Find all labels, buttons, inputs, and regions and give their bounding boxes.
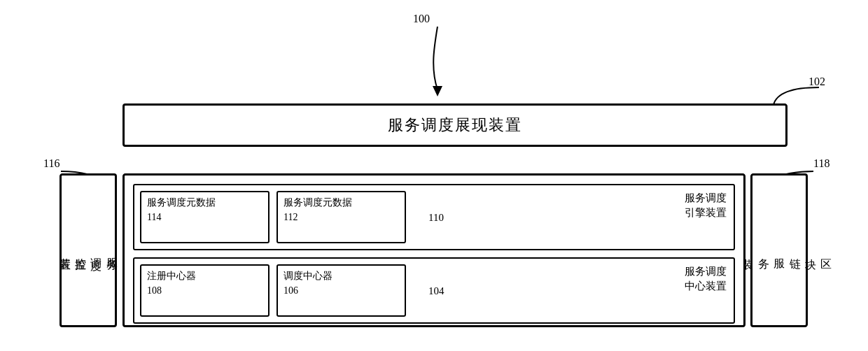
sub-box-108-title: 注册中心器 xyxy=(147,270,262,282)
sub-box-108-number: 108 xyxy=(147,285,262,296)
svg-marker-0 xyxy=(433,86,442,96)
sub-box-112: 服务调度元数据 112 xyxy=(276,191,406,243)
sub-box-112-number: 112 xyxy=(284,212,399,223)
sub-box-114-title: 服务调度元数据 xyxy=(147,196,262,209)
sub-box-114: 服务调度元数据 114 xyxy=(140,191,270,243)
left-sidebar-label: 服务调度监控装置 xyxy=(57,249,120,252)
engine-section: 服务调度元数据 114 服务调度元数据 112 110 服务调度引擎装置 xyxy=(133,184,735,250)
center-section-label: 服务调度中心装置 xyxy=(685,264,727,294)
sub-box-112-title: 服务调度元数据 xyxy=(284,196,399,209)
center-section: 注册中心器 108 调度中心器 106 104 服务调度中心装置 xyxy=(133,257,735,324)
sub-box-106-title: 调度中心器 xyxy=(284,270,399,282)
top-box: 服务调度展现装置 xyxy=(122,103,788,147)
left-sidebar-box: 服务调度监控装置 xyxy=(59,173,117,327)
engine-section-label: 服务调度引擎装置 xyxy=(685,191,727,220)
label-100: 100 xyxy=(413,13,430,25)
center-number: 104 xyxy=(428,285,444,297)
right-sidebar-box: 区块链服务装置 xyxy=(750,173,808,327)
sub-box-106-number: 106 xyxy=(284,285,399,296)
diagram-container: 100 102 服务调度展现装置 116 118 服务调度监控装置 区块链服务装… xyxy=(0,0,868,351)
sub-box-106: 调度中心器 106 xyxy=(276,264,406,317)
main-area: 服务调度元数据 114 服务调度元数据 112 110 服务调度引擎装置 注册中… xyxy=(122,173,746,327)
arrow-100-icon xyxy=(427,27,448,96)
engine-number: 110 xyxy=(428,212,444,224)
top-box-label: 服务调度展现装置 xyxy=(388,115,522,136)
sub-box-114-number: 114 xyxy=(147,212,262,223)
sub-box-108: 注册中心器 108 xyxy=(140,264,270,317)
